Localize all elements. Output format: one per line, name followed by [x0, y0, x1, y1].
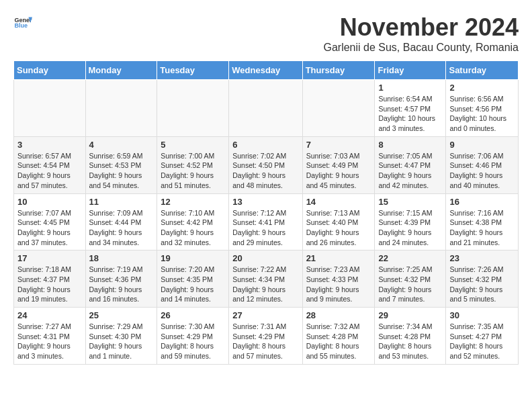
calendar-body: 1Sunrise: 6:54 AM Sunset: 4:57 PM Daylig… — [14, 80, 519, 365]
calendar-cell: 1Sunrise: 6:54 AM Sunset: 4:57 PM Daylig… — [375, 80, 446, 137]
calendar-week-3: 10Sunrise: 7:07 AM Sunset: 4:45 PM Dayli… — [14, 193, 519, 250]
day-number: 30 — [449, 310, 515, 320]
calendar-cell: 12Sunrise: 7:10 AM Sunset: 4:42 PM Dayli… — [157, 193, 229, 250]
day-info: Sunrise: 7:12 AM Sunset: 4:41 PM Dayligh… — [232, 208, 298, 248]
calendar-header-sunday: Sunday — [14, 61, 86, 80]
calendar-cell: 29Sunrise: 7:34 AM Sunset: 4:28 PM Dayli… — [375, 308, 446, 365]
day-info: Sunrise: 7:22 AM Sunset: 4:34 PM Dayligh… — [232, 265, 298, 304]
calendar-header-wednesday: Wednesday — [229, 61, 302, 80]
calendar-cell: 21Sunrise: 7:23 AM Sunset: 4:33 PM Dayli… — [302, 250, 375, 308]
day-info: Sunrise: 6:57 AM Sunset: 4:54 PM Dayligh… — [17, 151, 82, 191]
day-info: Sunrise: 6:54 AM Sunset: 4:57 PM Dayligh… — [378, 94, 442, 134]
day-number: 4 — [89, 140, 154, 150]
calendar-cell: 9Sunrise: 7:06 AM Sunset: 4:46 PM Daylig… — [446, 136, 519, 193]
day-number: 26 — [161, 310, 225, 320]
calendar-cell: 10Sunrise: 7:07 AM Sunset: 4:45 PM Dayli… — [14, 193, 86, 250]
calendar-cell: 7Sunrise: 7:03 AM Sunset: 4:49 PM Daylig… — [302, 136, 375, 193]
day-info: Sunrise: 7:07 AM Sunset: 4:45 PM Dayligh… — [17, 208, 82, 248]
calendar-cell: 27Sunrise: 7:31 AM Sunset: 4:29 PM Dayli… — [229, 308, 302, 365]
calendar-cell — [229, 80, 302, 137]
calendar-week-1: 1Sunrise: 6:54 AM Sunset: 4:57 PM Daylig… — [14, 80, 519, 137]
day-info: Sunrise: 7:32 AM Sunset: 4:28 PM Dayligh… — [306, 322, 371, 361]
day-number: 13 — [232, 197, 298, 207]
day-number: 11 — [89, 197, 154, 207]
day-number: 12 — [161, 197, 225, 207]
day-number: 29 — [378, 310, 442, 320]
calendar-cell: 4Sunrise: 6:59 AM Sunset: 4:53 PM Daylig… — [85, 136, 157, 193]
logo: General Blue — [13, 13, 32, 32]
day-number: 15 — [378, 197, 442, 207]
day-number: 21 — [306, 253, 371, 263]
calendar-cell: 5Sunrise: 7:00 AM Sunset: 4:52 PM Daylig… — [157, 136, 229, 193]
calendar-cell — [157, 80, 229, 137]
calendar-cell: 13Sunrise: 7:12 AM Sunset: 4:41 PM Dayli… — [229, 193, 302, 250]
page-header: General Blue November 2024 Garlenii de S… — [13, 13, 519, 54]
calendar-week-4: 17Sunrise: 7:18 AM Sunset: 4:37 PM Dayli… — [14, 250, 519, 308]
title-section: November 2024 Garlenii de Sus, Bacau Cou… — [323, 13, 519, 54]
calendar-cell — [85, 80, 157, 137]
calendar-cell: 19Sunrise: 7:20 AM Sunset: 4:35 PM Dayli… — [157, 250, 229, 308]
day-info: Sunrise: 6:59 AM Sunset: 4:53 PM Dayligh… — [89, 151, 154, 191]
calendar-cell: 28Sunrise: 7:32 AM Sunset: 4:28 PM Dayli… — [302, 308, 375, 365]
day-info: Sunrise: 7:13 AM Sunset: 4:40 PM Dayligh… — [306, 208, 371, 248]
calendar-week-2: 3Sunrise: 6:57 AM Sunset: 4:54 PM Daylig… — [14, 136, 519, 193]
calendar-cell — [302, 80, 375, 137]
day-info: Sunrise: 7:18 AM Sunset: 4:37 PM Dayligh… — [17, 265, 82, 304]
calendar-header-thursday: Thursday — [302, 61, 375, 80]
day-info: Sunrise: 7:26 AM Sunset: 4:32 PM Dayligh… — [449, 265, 515, 304]
day-info: Sunrise: 7:03 AM Sunset: 4:49 PM Dayligh… — [306, 151, 371, 191]
calendar-cell: 26Sunrise: 7:30 AM Sunset: 4:29 PM Dayli… — [157, 308, 229, 365]
day-info: Sunrise: 7:10 AM Sunset: 4:42 PM Dayligh… — [161, 208, 225, 248]
day-info: Sunrise: 7:00 AM Sunset: 4:52 PM Dayligh… — [161, 151, 225, 191]
day-number: 27 — [232, 310, 298, 320]
calendar-cell: 30Sunrise: 7:35 AM Sunset: 4:27 PM Dayli… — [446, 308, 519, 365]
calendar-cell: 8Sunrise: 7:05 AM Sunset: 4:47 PM Daylig… — [375, 136, 446, 193]
page-title: November 2024 — [323, 13, 519, 42]
day-info: Sunrise: 7:34 AM Sunset: 4:28 PM Dayligh… — [378, 322, 442, 361]
day-number: 17 — [17, 253, 82, 263]
day-info: Sunrise: 7:27 AM Sunset: 4:31 PM Dayligh… — [17, 322, 82, 361]
day-info: Sunrise: 7:02 AM Sunset: 4:50 PM Dayligh… — [232, 151, 298, 191]
day-info: Sunrise: 7:16 AM Sunset: 4:38 PM Dayligh… — [449, 208, 515, 248]
day-info: Sunrise: 7:15 AM Sunset: 4:39 PM Dayligh… — [378, 208, 442, 248]
calendar-table: SundayMondayTuesdayWednesdayThursdayFrid… — [13, 60, 519, 365]
calendar-header-monday: Monday — [85, 61, 157, 80]
calendar-header-friday: Friday — [375, 61, 446, 80]
day-info: Sunrise: 7:20 AM Sunset: 4:35 PM Dayligh… — [161, 265, 225, 304]
day-number: 22 — [378, 253, 442, 263]
day-number: 10 — [17, 197, 82, 207]
calendar-cell: 3Sunrise: 6:57 AM Sunset: 4:54 PM Daylig… — [14, 136, 86, 193]
calendar-header-saturday: Saturday — [446, 61, 519, 80]
day-number: 1 — [378, 83, 442, 93]
calendar-cell: 25Sunrise: 7:29 AM Sunset: 4:30 PM Dayli… — [85, 308, 157, 365]
day-info: Sunrise: 7:05 AM Sunset: 4:47 PM Dayligh… — [378, 151, 442, 191]
day-info: Sunrise: 7:25 AM Sunset: 4:32 PM Dayligh… — [378, 265, 442, 304]
calendar-header-tuesday: Tuesday — [157, 61, 229, 80]
day-number: 19 — [161, 253, 225, 263]
day-number: 14 — [306, 197, 371, 207]
day-info: Sunrise: 7:29 AM Sunset: 4:30 PM Dayligh… — [89, 322, 154, 361]
calendar-cell: 23Sunrise: 7:26 AM Sunset: 4:32 PM Dayli… — [446, 250, 519, 308]
day-number: 3 — [17, 140, 82, 150]
day-number: 5 — [161, 140, 225, 150]
day-number: 25 — [89, 310, 154, 320]
calendar-cell — [14, 80, 86, 137]
day-number: 9 — [449, 140, 515, 150]
day-number: 2 — [449, 83, 515, 93]
day-info: Sunrise: 7:35 AM Sunset: 4:27 PM Dayligh… — [449, 322, 515, 361]
day-number: 24 — [17, 310, 82, 320]
day-info: Sunrise: 7:06 AM Sunset: 4:46 PM Dayligh… — [449, 151, 515, 191]
day-info: Sunrise: 7:09 AM Sunset: 4:44 PM Dayligh… — [89, 208, 154, 248]
day-number: 8 — [378, 140, 442, 150]
calendar-cell: 18Sunrise: 7:19 AM Sunset: 4:36 PM Dayli… — [85, 250, 157, 308]
svg-text:Blue: Blue — [14, 22, 28, 29]
calendar-week-5: 24Sunrise: 7:27 AM Sunset: 4:31 PM Dayli… — [14, 308, 519, 365]
calendar-cell: 20Sunrise: 7:22 AM Sunset: 4:34 PM Dayli… — [229, 250, 302, 308]
page-subtitle: Garlenii de Sus, Bacau County, Romania — [323, 42, 519, 54]
day-info: Sunrise: 7:30 AM Sunset: 4:29 PM Dayligh… — [161, 322, 225, 361]
day-info: Sunrise: 6:56 AM Sunset: 4:56 PM Dayligh… — [449, 94, 515, 134]
calendar-cell: 2Sunrise: 6:56 AM Sunset: 4:56 PM Daylig… — [446, 80, 519, 137]
day-number: 23 — [449, 253, 515, 263]
day-number: 20 — [232, 253, 298, 263]
day-info: Sunrise: 7:19 AM Sunset: 4:36 PM Dayligh… — [89, 265, 154, 304]
